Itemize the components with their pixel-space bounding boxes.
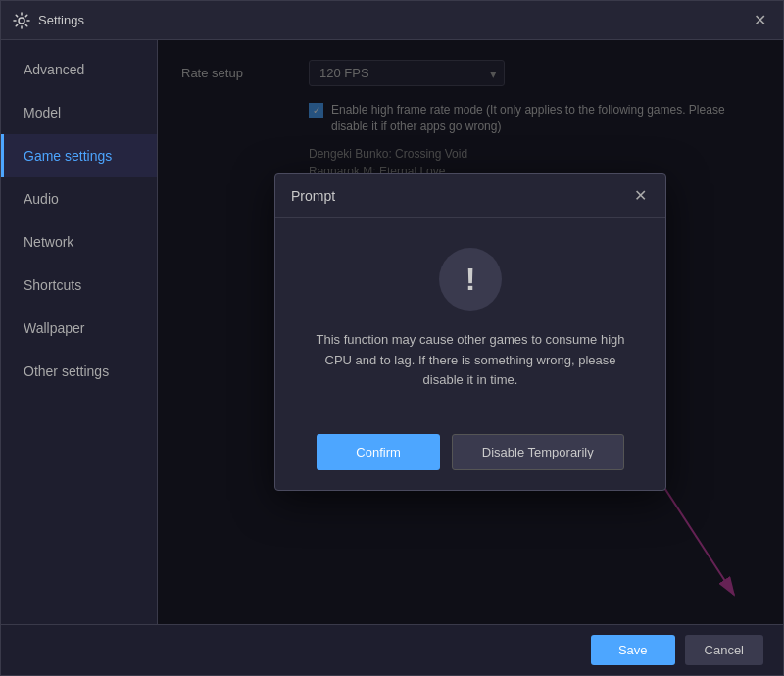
sidebar: Advanced Model Game settings Audio Netwo… (1, 40, 158, 624)
save-button[interactable]: Save (591, 635, 675, 665)
disable-temporarily-button[interactable]: Disable Temporarily (452, 434, 624, 470)
prompt-body: ! This function may cause other games to… (275, 218, 665, 434)
prompt-exclaim-icon: ! (466, 264, 476, 295)
settings-window: Settings ✕ Advanced Model Game settings … (0, 0, 784, 676)
svg-point-0 (19, 18, 24, 24)
bottom-bar: Save Cancel (1, 624, 783, 675)
prompt-dialog: Prompt ✕ ! This function may cause other… (274, 173, 666, 491)
sidebar-item-game-settings[interactable]: Game settings (1, 134, 157, 177)
sidebar-item-audio[interactable]: Audio (1, 177, 157, 220)
prompt-buttons: Confirm Disable Temporarily (275, 434, 665, 490)
prompt-overlay: Prompt ✕ ! This function may cause other… (158, 40, 783, 624)
prompt-title: Prompt (291, 188, 630, 204)
settings-icon (13, 12, 30, 29)
cancel-button[interactable]: Cancel (685, 635, 763, 665)
main-content: Rate setup 120 FPS 60 FPS 30 FPS ✓ Enabl… (158, 40, 783, 624)
sidebar-item-advanced[interactable]: Advanced (1, 48, 157, 91)
prompt-icon-circle: ! (439, 248, 502, 311)
window-title: Settings (38, 13, 748, 27)
confirm-button[interactable]: Confirm (317, 434, 440, 470)
sidebar-item-network[interactable]: Network (1, 220, 157, 264)
sidebar-item-shortcuts[interactable]: Shortcuts (1, 264, 157, 307)
prompt-close-button[interactable]: ✕ (630, 186, 650, 206)
content-area: Advanced Model Game settings Audio Netwo… (1, 40, 783, 624)
prompt-message: This function may cause other games to c… (305, 330, 636, 391)
title-bar: Settings ✕ (1, 1, 783, 40)
window-close-button[interactable]: ✕ (748, 9, 771, 32)
sidebar-item-model[interactable]: Model (1, 91, 157, 134)
sidebar-item-wallpaper[interactable]: Wallpaper (1, 307, 157, 350)
prompt-title-bar: Prompt ✕ (275, 174, 665, 218)
sidebar-item-other-settings[interactable]: Other settings (1, 350, 157, 393)
